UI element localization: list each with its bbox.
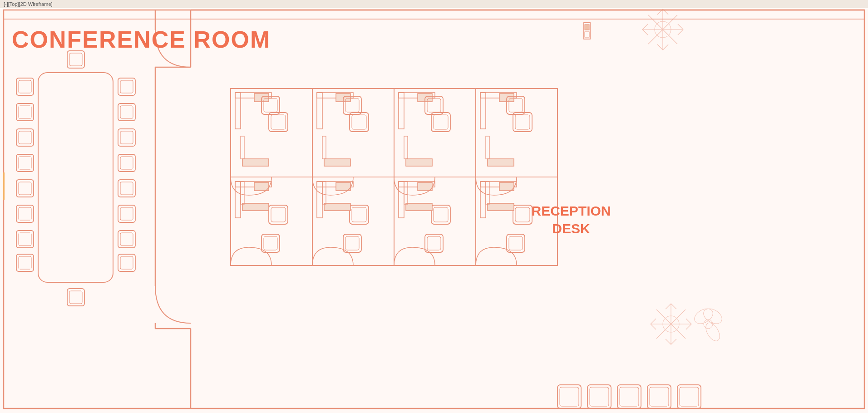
svg-rect-11: [69, 53, 82, 66]
svg-rect-27: [19, 256, 31, 269]
svg-rect-158: [241, 136, 244, 159]
svg-rect-78: [336, 182, 350, 191]
svg-rect-21: [19, 182, 31, 195]
svg-rect-96: [587, 385, 611, 408]
svg-rect-160: [404, 136, 408, 159]
svg-rect-93: [585, 32, 589, 37]
svg-rect-102: [677, 385, 701, 408]
conference-room-label: CONFERENCE ROOM: [12, 26, 271, 53]
svg-line-113: [642, 24, 648, 30]
svg-rect-94: [557, 385, 581, 408]
svg-rect-70: [515, 115, 530, 129]
svg-line-128: [686, 319, 691, 324]
svg-rect-166: [3, 172, 5, 200]
svg-rect-162: [241, 182, 244, 204]
svg-line-124: [666, 339, 671, 344]
svg-rect-103: [680, 387, 699, 406]
svg-rect-161: [486, 136, 489, 159]
svg-rect-23: [19, 207, 31, 220]
svg-rect-97: [590, 387, 609, 406]
svg-rect-0: [4, 10, 864, 408]
svg-rect-83: [418, 182, 432, 191]
svg-rect-45: [69, 291, 82, 304]
svg-rect-153: [488, 159, 514, 166]
floor-plan-svg: CONFERENCE ROOM RECEPTION DESK: [0, 0, 868, 413]
svg-rect-33: [120, 131, 133, 144]
svg-rect-147: [427, 236, 441, 250]
svg-rect-150: [242, 159, 269, 166]
svg-rect-80: [352, 207, 366, 222]
svg-rect-55: [271, 115, 286, 129]
svg-rect-75: [271, 207, 286, 222]
floor-plan-canvas: [-][Top][2D Wireframe]: [0, 0, 868, 413]
svg-rect-163: [322, 182, 326, 204]
svg-line-122: [666, 304, 671, 309]
svg-rect-152: [406, 159, 432, 166]
svg-line-111: [657, 44, 663, 50]
svg-rect-43: [120, 256, 133, 269]
svg-rect-19: [19, 157, 31, 169]
svg-rect-145: [345, 236, 359, 250]
svg-line-115: [678, 24, 683, 30]
svg-rect-85: [434, 207, 448, 222]
svg-line-127: [651, 324, 656, 329]
svg-rect-9: [38, 73, 113, 282]
svg-rect-98: [617, 385, 641, 408]
svg-rect-165: [486, 182, 489, 204]
svg-line-112: [663, 44, 668, 50]
svg-rect-31: [120, 106, 133, 118]
svg-rect-151: [324, 159, 350, 166]
svg-rect-73: [254, 182, 269, 191]
svg-rect-29: [120, 80, 133, 93]
svg-rect-25: [19, 233, 31, 246]
svg-rect-100: [647, 385, 671, 408]
svg-line-116: [678, 30, 683, 35]
svg-line-125: [671, 339, 676, 344]
svg-rect-65: [434, 115, 448, 129]
svg-rect-159: [322, 136, 326, 159]
svg-rect-37: [120, 182, 133, 195]
svg-rect-88: [499, 182, 514, 191]
svg-rect-157: [488, 203, 514, 211]
svg-rect-143: [264, 236, 277, 250]
svg-rect-41: [120, 233, 133, 246]
svg-rect-99: [620, 387, 639, 406]
svg-rect-60: [352, 115, 366, 129]
svg-rect-154: [242, 203, 269, 211]
svg-rect-13: [19, 80, 31, 93]
reception-desk-label-line2: DESK: [552, 221, 590, 236]
svg-rect-149: [509, 236, 523, 250]
reception-desk-label-line1: RECEPTION: [531, 203, 611, 218]
svg-rect-92: [585, 25, 589, 30]
svg-rect-95: [560, 387, 579, 406]
svg-line-114: [642, 30, 648, 35]
svg-rect-15: [19, 106, 31, 118]
svg-rect-164: [404, 182, 408, 204]
svg-rect-155: [324, 203, 350, 211]
svg-line-123: [671, 304, 676, 309]
svg-rect-35: [120, 157, 133, 169]
svg-rect-17: [19, 131, 31, 144]
svg-line-126: [651, 319, 656, 324]
svg-rect-101: [650, 387, 669, 406]
svg-rect-90: [515, 207, 530, 222]
svg-rect-156: [406, 203, 432, 211]
svg-line-129: [686, 324, 691, 329]
svg-rect-39: [120, 207, 133, 220]
